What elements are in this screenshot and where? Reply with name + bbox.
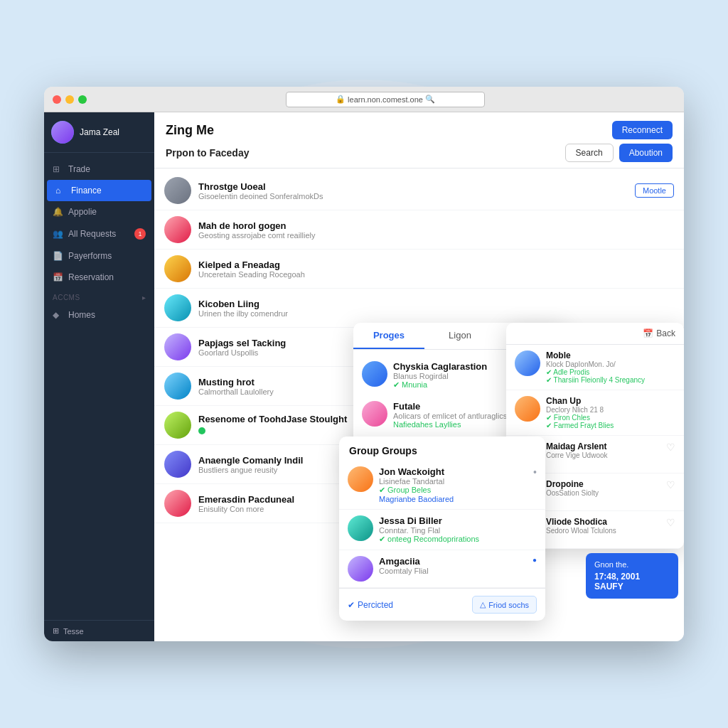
group-member[interactable]: Amgaciia Coomtaly Flial ●: [339, 550, 545, 588]
sidebar-item-appolie[interactable]: 🔔 Appolie: [44, 201, 154, 223]
cta-box[interactable]: Gnon the. 17:48, 2001 SAUFY: [586, 553, 678, 599]
sidebar-label-requests: All Requests: [68, 229, 116, 239]
check-icon: ✔: [393, 380, 400, 389]
bottom-label: Tesse: [63, 627, 84, 636]
aboution-button[interactable]: Aboution: [619, 144, 673, 162]
sug-info: Maidag Arslent Corre Vige Udwook: [546, 441, 660, 459]
group-check: ✔ Group Beles: [379, 486, 528, 495]
contact-item[interactable]: Kielped a Fneadag Unceretain Seading Roc…: [154, 250, 684, 289]
contact-avatar: [164, 490, 191, 517]
follow-button[interactable]: Mootle: [635, 183, 674, 198]
verified-icon: [198, 427, 205, 434]
contact-info: Kicoben Liing Urinen the ilby comendrur: [198, 299, 674, 318]
suggestion-item[interactable]: Moble Klock DapIonMon. Jo/ ✔ Adle Prodis…: [506, 345, 684, 390]
sidebar-item-finance[interactable]: ⌂ Finance: [47, 180, 151, 201]
contact-avatar: [164, 333, 191, 360]
group-member-info: Jon Wackoight Lisinefae Tandartal ✔ Grou…: [379, 466, 528, 503]
contact-item[interactable]: Mah de horol gogen Geosting assrojabe co…: [154, 210, 684, 250]
group-member-avatar: [348, 515, 373, 541]
page-subtitle: Prpon to Faceday: [166, 147, 249, 159]
contact-desc: Unceretain Seading Rocegoah: [198, 270, 674, 279]
contact-name: Kielped a Fneadag: [198, 259, 674, 270]
tab-contact-avatar: [362, 361, 387, 387]
sidebar-item-homes[interactable]: ◆ Homes: [44, 304, 154, 326]
group-member[interactable]: Jessa Di Biller Conntar. Ting Flal ✔ ont…: [339, 510, 545, 550]
user-name: Jama Zeal: [80, 127, 119, 137]
contact-avatar: [164, 412, 191, 439]
contact-desc: Geosting assrojabe comt reailliely: [198, 231, 674, 240]
calendar-icon: 📅: [53, 272, 63, 282]
check-icon: ✔: [379, 535, 385, 543]
heart-icon[interactable]: ♡: [666, 441, 675, 453]
app-title: Zing Me: [166, 123, 214, 138]
sidebar-item-trade[interactable]: ⊞ Trade: [44, 159, 154, 180]
group-member-sub: Lisinefae Tandartal: [379, 477, 528, 486]
heart-icon[interactable]: ♡: [666, 517, 675, 528]
group-member[interactable]: Jon Wackoight Lisinefae Tandartal ✔ Grou…: [339, 461, 545, 510]
contact-desc: Urinen the ilby comendrur: [198, 309, 674, 318]
group-member-info: Jessa Di Biller Conntar. Ting Flal ✔ ont…: [379, 515, 537, 544]
suggestions-header: 📅 Back: [506, 323, 684, 345]
close-button[interactable]: [53, 95, 61, 104]
back-button[interactable]: 📅 Back: [643, 328, 675, 338]
group-member-link[interactable]: Magrianbe Baodiared: [379, 495, 528, 503]
contact-info: Mah de horol gogen Geosting assrojabe co…: [198, 220, 674, 240]
sug-sub: Corre Vige Udwook: [546, 451, 660, 459]
tab-ligon[interactable]: Ligon: [424, 323, 496, 349]
diamond-icon: ◆: [53, 310, 63, 320]
minimize-button[interactable]: [65, 95, 74, 104]
contact-item[interactable]: Throstge Uoeal Gisoelentin deoined Sonfe…: [154, 171, 684, 210]
member-badge: ●: [532, 556, 537, 564]
options-icon[interactable]: •: [533, 466, 537, 478]
heart-icon[interactable]: ♡: [666, 479, 675, 491]
main-header: Zing Me Reconnect Prpon to Faceday Searc…: [154, 112, 684, 168]
sug-sub: Declory Nlich 21 8: [546, 406, 675, 414]
sidebar-bottom[interactable]: ⊞ Tesse: [44, 620, 154, 641]
maximize-button[interactable]: [78, 95, 87, 104]
user-plus-icon: △: [480, 600, 486, 609]
group-member-name: Amgaciia: [379, 556, 527, 567]
url-bar: 🔒 learn.non.comest.one 🔍: [95, 92, 675, 107]
requests-badge: 1: [134, 228, 146, 240]
sug-info: Dropoine OosSation Siolty: [546, 479, 660, 497]
sug-check: ✔ Adle Prodis: [546, 368, 675, 376]
group-member-name: Jon Wackoight: [379, 466, 528, 477]
sidebar-label-homes: Homes: [68, 310, 95, 320]
reconnect-button[interactable]: Reconnect: [612, 121, 673, 139]
friend-socts-button[interactable]: △ Friod sochs: [472, 596, 537, 614]
sidebar-label-payerforms: Payerforms: [68, 251, 112, 261]
sug-info: Moble Klock DapIonMon. Jo/ ✔ Adle Prodis…: [546, 350, 675, 384]
contact-avatar: [164, 373, 191, 400]
search-button[interactable]: Search: [565, 144, 614, 162]
sidebar-item-payerforms[interactable]: 📄 Payerforms: [44, 245, 154, 267]
header-actions: Search Aboution: [565, 144, 673, 162]
sidebar-label-trade: Trade: [68, 164, 90, 174]
sug-check2: ✔ Farmed Frayt Blies: [546, 422, 675, 429]
tab-proges[interactable]: Proges: [353, 323, 424, 349]
contact-avatar: [164, 294, 191, 321]
check-icon: ✔: [379, 486, 385, 494]
sidebar-item-all-requests[interactable]: 👥 All Requests 1: [44, 223, 154, 245]
contact-name: Throstge Uoeal: [198, 181, 628, 192]
contact-item[interactable]: Kicoben Liing Urinen the ilby comendrur: [154, 289, 684, 328]
checkmark-icon: ✔: [348, 600, 355, 610]
cta-line1: Gnon the.: [594, 560, 670, 569]
cta-line2: 17:48, 2001 SAUFY: [594, 572, 670, 592]
file-icon: 📄: [53, 251, 63, 261]
sidebar-user[interactable]: Jama Zeal: [44, 112, 154, 153]
url-text: learn.non.comest.one: [348, 95, 423, 104]
search-icon: 🔍: [425, 95, 435, 104]
suggestion-item[interactable]: Chan Up Declory Nlich 21 8 ✔ Firon Chles…: [506, 390, 684, 436]
tab-contact-avatar: [362, 401, 387, 427]
url-input[interactable]: 🔒 learn.non.comest.one 🔍: [286, 92, 485, 107]
users-icon: 👥: [53, 229, 63, 239]
footer-label: Percicted: [358, 600, 393, 610]
group-member-sub: Coomtaly Flial: [379, 567, 527, 575]
sidebar: Jama Zeal ⊞ Trade ⌂ Finance 🔔 Appolie 👥 …: [44, 112, 154, 641]
user-avatar: [51, 121, 74, 144]
footer-check-label: ✔ Percicted: [348, 600, 393, 610]
grid-icon: ⊞: [53, 164, 63, 174]
footer-btn-label: Friod sochs: [488, 601, 529, 609]
sidebar-item-reservation[interactable]: 📅 Reservation: [44, 267, 154, 288]
group-member-avatar: [348, 466, 373, 492]
